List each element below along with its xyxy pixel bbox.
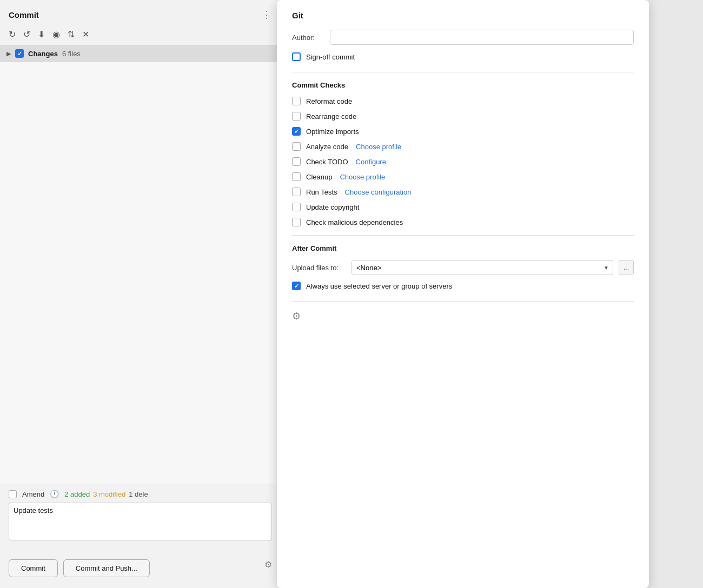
rearrange-label: Rearrange code [306, 112, 356, 121]
copyright-checkbox[interactable] [292, 203, 301, 211]
copyright-label: Update copyright [306, 203, 359, 211]
amend-label: Amend [22, 490, 44, 498]
amend-row: Amend 🕐 2 added 3 modified 1 dele [9, 490, 272, 498]
deleted-stat: 1 dele [129, 490, 148, 498]
cleanup-label: Cleanup [306, 173, 332, 181]
commit-buttons-row: Commit Commit and Push... ⚙ [0, 553, 281, 588]
commit-toolbar: ↻ ↺ ⬇ ◉ ⇅ ✕ [0, 26, 281, 45]
changes-label: Changes [28, 50, 58, 58]
rearrange-checkbox[interactable] [292, 112, 301, 121]
upload-ellipsis-button[interactable]: ... [619, 260, 634, 275]
cleanup-choose-profile-link[interactable]: Choose profile [340, 173, 385, 181]
upload-label: Upload files to: [292, 264, 346, 272]
check-item-copyright: Update copyright [292, 203, 634, 211]
changes-checkbox[interactable] [15, 49, 24, 58]
commit-title-bar: Commit ⋮ [0, 0, 281, 26]
changes-count: 6 files [62, 50, 81, 58]
close-icon[interactable]: ✕ [82, 29, 89, 39]
cleanup-checkbox[interactable] [292, 172, 301, 181]
check-item-analyze: Analyze code Choose profile [292, 142, 634, 151]
runtests-checkbox[interactable] [292, 188, 301, 196]
section-divider-1 [292, 72, 634, 72]
check-item-rearrange: Rearrange code [292, 112, 634, 121]
malicious-checkbox[interactable] [292, 218, 301, 226]
upload-select[interactable]: <None> [352, 260, 613, 275]
commit-panel: Commit ⋮ ↻ ↺ ⬇ ◉ ⇅ ✕ ▶ Changes 6 files A… [0, 0, 281, 588]
settings-gear-icon[interactable]: ⚙ [264, 559, 272, 577]
commit-panel-title: Commit [9, 10, 39, 19]
runtests-label: Run Tests [306, 188, 337, 196]
always-use-checkbox[interactable] [292, 282, 301, 290]
refresh-icon[interactable]: ↻ [9, 29, 16, 39]
check-item-cleanup: Cleanup Choose profile [292, 172, 634, 181]
commit-checks-title: Commit Checks [292, 81, 634, 89]
undo-icon[interactable]: ↺ [23, 29, 30, 39]
section-divider-2 [292, 235, 634, 236]
upload-select-wrapper: <None> ▼ [352, 260, 613, 275]
author-input[interactable] [330, 30, 634, 45]
author-label: Author: [292, 34, 330, 42]
git-settings-panel: Git Author: Sign-off commit Commit Check… [277, 0, 649, 588]
after-commit-title: After Commit [292, 244, 634, 252]
view-icon[interactable]: ◉ [52, 29, 60, 39]
check-item-malicious: Check malicious dependencies [292, 218, 634, 226]
analyze-checkbox[interactable] [292, 142, 301, 151]
reorder-icon[interactable]: ⇅ [68, 29, 75, 39]
always-use-row: Always use selected server or group of s… [292, 282, 634, 290]
commit-panel-menu-button[interactable]: ⋮ [262, 9, 272, 21]
commit-message-input[interactable]: Update tests [9, 503, 272, 540]
expand-arrow-icon[interactable]: ▶ [6, 50, 11, 57]
checktodo-label: Check TODO [306, 158, 348, 166]
check-item-reformat: Reformat code [292, 97, 634, 105]
signoff-label: Sign-off commit [306, 53, 355, 61]
after-commit-section: After Commit Upload files to: <None> ▼ .… [292, 244, 634, 290]
gear-bottom-row: ⚙ [292, 301, 634, 322]
optimize-checkbox[interactable] [292, 127, 301, 136]
check-item-optimize: Optimize imports [292, 127, 634, 136]
malicious-label: Check malicious dependencies [306, 218, 403, 226]
check-item-runtests: Run Tests Choose configuration [292, 188, 634, 196]
check-item-checktodo: Check TODO Configure [292, 157, 634, 166]
optimize-label: Optimize imports [306, 128, 359, 136]
reformat-checkbox[interactable] [292, 97, 301, 105]
reformat-label: Reformat code [306, 97, 352, 105]
bottom-section: Amend 🕐 2 added 3 modified 1 dele Update… [0, 484, 281, 553]
always-use-label: Always use selected server or group of s… [306, 282, 452, 290]
changes-row: ▶ Changes 6 files [0, 45, 281, 62]
analyze-choose-profile-link[interactable]: Choose profile [356, 143, 401, 151]
files-area [0, 62, 281, 484]
modified-stat: 3 modified [93, 490, 125, 498]
git-panel-title: Git [292, 11, 634, 20]
commit-button[interactable]: Commit [9, 559, 58, 577]
download-icon[interactable]: ⬇ [38, 29, 45, 39]
signoff-row: Sign-off commit [292, 52, 634, 61]
commit-and-push-button[interactable]: Commit and Push... [63, 559, 150, 577]
checktodo-checkbox[interactable] [292, 157, 301, 166]
commit-stats: 2 added 3 modified 1 dele [64, 490, 148, 498]
author-field-row: Author: [292, 30, 634, 45]
analyze-label: Analyze code [306, 143, 348, 151]
upload-files-row: Upload files to: <None> ▼ ... [292, 260, 634, 275]
clock-icon[interactable]: 🕐 [50, 490, 59, 498]
checktodo-configure-link[interactable]: Configure [356, 158, 386, 166]
runtests-choose-config-link[interactable]: Choose configuration [345, 188, 412, 196]
added-stat: 2 added [64, 490, 90, 498]
amend-checkbox[interactable] [9, 490, 17, 498]
panel-gear-icon[interactable]: ⚙ [292, 310, 301, 322]
signoff-checkbox[interactable] [292, 52, 301, 61]
